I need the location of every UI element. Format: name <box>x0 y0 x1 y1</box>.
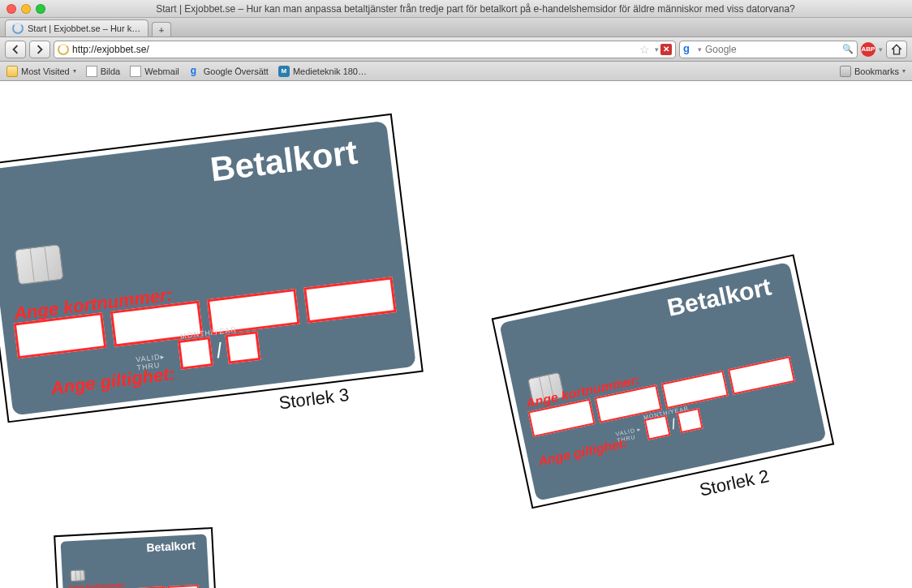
adblock-icon[interactable]: ABP <box>861 42 875 57</box>
back-arrow-icon <box>11 45 20 54</box>
chip-icon <box>70 569 85 582</box>
bookmark-medieteknik[interactable]: M Medieteknik 180… <box>278 66 367 77</box>
card-size-3: Betalkort Ange kortnummer: VALID▸THRU MO… <box>0 114 426 447</box>
bookmarks-toolbar: Most Visited ▾ Bilda Webmail Google Över… <box>0 62 912 81</box>
expiry-slash: / <box>215 337 224 363</box>
home-icon <box>891 44 902 55</box>
bookmark-label: Webmail <box>144 67 179 76</box>
tab-strip: Start | Exjobbet.se – Hur kan m… + <box>0 18 912 37</box>
card-size-1: Betalkort Ange kortnummer: VALID▸THRU MO… <box>54 527 219 588</box>
adblock-dropdown-icon[interactable]: ▾ <box>879 45 883 54</box>
card-frame: Betalkort Ange kortnummer: VALID▸THRU MO… <box>54 527 217 588</box>
payment-card: Betalkort Ange kortnummer: VALID▸THRU MO… <box>61 534 212 588</box>
window-close-button[interactable] <box>6 4 16 14</box>
google-icon <box>189 66 200 77</box>
card-brand: Betalkort <box>146 539 196 554</box>
bookmark-label: Google Översätt <box>204 67 269 76</box>
stop-button[interactable]: ✕ <box>660 44 672 55</box>
dropdown-icon: ▾ <box>902 67 906 75</box>
tab-title: Start | Exjobbet.se – Hur kan m… <box>28 24 141 33</box>
bookmarks-menu[interactable]: Bookmarks ▾ <box>840 66 906 77</box>
card-brand: Betalkort <box>209 133 360 190</box>
page-icon <box>130 66 141 77</box>
new-tab-button[interactable]: + <box>152 22 171 36</box>
search-bar[interactable]: ▾ 🔍 <box>679 41 858 58</box>
most-visited-icon <box>6 66 18 77</box>
bookmark-label: Most Visited <box>21 67 70 76</box>
bookmark-label: Bilda <box>101 67 120 76</box>
bookmark-label: Bookmarks <box>854 67 899 76</box>
bookmark-label: Medieteknik 180… <box>293 67 367 76</box>
forward-button[interactable] <box>29 41 50 58</box>
bookmark-google-translate[interactable]: Google Översätt <box>189 66 269 77</box>
forward-arrow-icon <box>35 45 45 54</box>
card-number-input-4[interactable] <box>168 585 200 588</box>
window-title: Start | Exjobbet.se – Hur kan man anpass… <box>45 3 906 15</box>
window-minimize-button[interactable] <box>21 4 31 14</box>
tab-favicon-loading-icon <box>12 23 24 34</box>
card-frame: Betalkort Ange kortnummer: VALID▸THRU MO… <box>0 114 424 423</box>
search-input[interactable] <box>705 44 842 55</box>
card-validity-label: Ange giltighet: <box>49 363 176 400</box>
page-content: Betalkort Ange kortnummer: VALID▸THRU MO… <box>0 81 912 588</box>
card-brand: Betalkort <box>665 273 773 322</box>
bookmark-most-visited[interactable]: Most Visited ▾ <box>6 66 76 77</box>
bookmark-star-icon[interactable]: ☆ <box>639 43 650 56</box>
chip-icon <box>15 244 64 285</box>
browser-tab[interactable]: Start | Exjobbet.se – Hur kan m… <box>5 19 148 36</box>
bookmarks-folder-icon <box>840 66 851 77</box>
window-titlebar: Start | Exjobbet.se – Hur kan man anpass… <box>0 0 912 18</box>
expiry-year-input[interactable] <box>226 331 261 364</box>
nav-toolbar: ☆ ▾ ✕ ▾ 🔍 ABP ▾ <box>0 37 912 62</box>
expiry-month-input[interactable] <box>178 337 213 370</box>
bookmark-webmail[interactable]: Webmail <box>130 66 179 77</box>
card-size-2: Betalkort Ange kortnummer: VALID ▸THRU M… <box>492 254 841 535</box>
search-engine-dropdown-icon[interactable]: ▾ <box>698 45 702 54</box>
medieteknik-icon: M <box>278 66 290 77</box>
site-favicon-icon <box>58 44 69 55</box>
card-number-label: Ange kortnummer: <box>67 582 126 588</box>
expiry-slash: / <box>670 415 678 433</box>
home-button[interactable] <box>886 41 907 58</box>
dropdown-icon: ▾ <box>73 67 76 75</box>
card-number-input-4[interactable] <box>728 356 795 395</box>
expiry-year-input[interactable] <box>677 408 703 433</box>
expiry-month-input[interactable] <box>644 414 671 440</box>
google-icon <box>683 44 695 55</box>
url-bar[interactable]: ☆ ▾ ✕ <box>54 41 676 58</box>
payment-card: Betalkort Ange kortnummer: VALID▸THRU MO… <box>0 121 416 416</box>
card-number-input-3[interactable] <box>661 371 729 410</box>
card-number-input-4[interactable] <box>303 277 397 323</box>
search-magnifier-icon[interactable]: 🔍 <box>842 44 854 54</box>
url-dropdown-icon[interactable]: ▾ <box>655 45 659 54</box>
window-zoom-button[interactable] <box>36 4 45 14</box>
card-validity-label: Ange giltighet: <box>537 436 629 469</box>
bookmark-bilda[interactable]: Bilda <box>86 66 120 77</box>
back-button[interactable] <box>5 41 26 58</box>
url-input[interactable] <box>72 44 636 55</box>
page-icon <box>86 66 97 77</box>
